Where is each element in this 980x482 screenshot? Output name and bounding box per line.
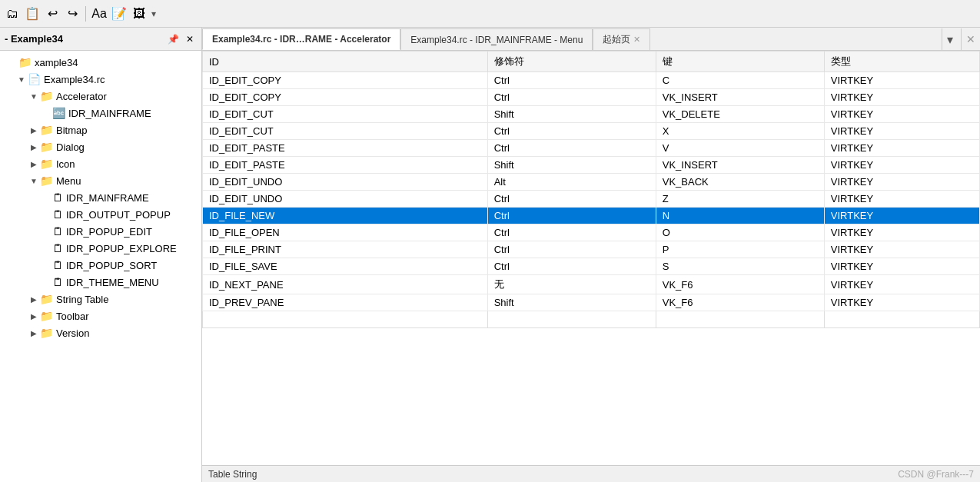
toolbar-folder-icon: 📁 bbox=[40, 310, 53, 322]
sidebar-item-popup-explore[interactable]: 🗒 IDR_POPUP_EXPLORE bbox=[0, 240, 201, 257]
col-header-type: 类型 bbox=[824, 52, 979, 72]
cell-key: VK_INSERT bbox=[656, 89, 824, 106]
sidebar-close-button[interactable]: ✕ bbox=[183, 32, 197, 46]
sidebar-item-icon[interactable]: ▶ 📁 Icon bbox=[0, 155, 201, 172]
version-folder-icon: 📁 bbox=[40, 327, 53, 339]
sidebar-item-bitmap[interactable]: ▶ 📁 Bitmap bbox=[0, 121, 201, 138]
sidebar-string-table-label: String Table bbox=[56, 294, 108, 305]
menu-folder-icon: 📁 bbox=[40, 175, 53, 187]
toolbar-icon-5[interactable]: Aa bbox=[90, 5, 108, 23]
sidebar-item-root[interactable]: 📁 xample34 bbox=[0, 54, 201, 71]
sidebar-item-string-table[interactable]: ▶ 📁 String Table bbox=[0, 291, 201, 307]
cell-mod: Ctrl bbox=[487, 258, 656, 275]
sidebar-icon-label: Icon bbox=[56, 158, 75, 170]
cell-key: VK_INSERT bbox=[656, 157, 824, 174]
cell-id: ID_EDIT_COPY bbox=[203, 89, 488, 106]
table-row[interactable]: ID_EDIT_UNDOCtrlZVIRTKEY bbox=[203, 191, 980, 208]
sidebar-output-popup-label: IDR_OUTPUT_POPUP bbox=[66, 209, 171, 221]
sidebar-popup-explore-label: IDR_POPUP_EXPLORE bbox=[66, 243, 177, 254]
sidebar-item-idr-mainframe-accel[interactable]: 🔤 IDR_MAINFRAME bbox=[0, 105, 201, 121]
sidebar-item-popup-edit[interactable]: 🗒 IDR_POPUP_EDIT bbox=[0, 223, 201, 240]
tab-start-label: 起始页 bbox=[603, 33, 630, 46]
toolbar-icon-6[interactable]: 📝 bbox=[110, 5, 128, 23]
toolbar-icon-2[interactable]: 📋 bbox=[23, 5, 42, 23]
table-header-row: ID 修饰符 键 类型 bbox=[203, 52, 980, 72]
tab-accelerator[interactable]: Example34.rc - IDR…RAME - Accelerator bbox=[202, 28, 400, 50]
cell-type: VIRTKEY bbox=[824, 157, 979, 174]
cell-type: VIRTKEY bbox=[824, 224, 979, 241]
sidebar-root-label: xample34 bbox=[35, 57, 78, 68]
cell-type: VIRTKEY bbox=[824, 106, 979, 123]
table-row[interactable]: ID_EDIT_UNDOAltVK_BACKVIRTKEY bbox=[203, 174, 980, 191]
toolbar-icon-3[interactable]: ↩ bbox=[43, 5, 61, 23]
status-bar: Table String CSDN @Frank---7 bbox=[202, 465, 980, 482]
tab-menu[interactable]: Example34.rc - IDR_MAINFRAME - Menu bbox=[400, 28, 593, 50]
table-row[interactable]: ID_NEXT_PANE无VK_F6VIRTKEY bbox=[203, 275, 980, 294]
table-row[interactable]: ID_FILE_PRINTCtrlPVIRTKEY bbox=[203, 241, 980, 258]
cell-id: ID_EDIT_PASTE bbox=[203, 157, 488, 174]
table-row[interactable]: ID_FILE_OPENCtrlOVIRTKEY bbox=[203, 224, 980, 241]
root-icon: 📁 bbox=[18, 56, 32, 68]
cell-id: ID_FILE_SAVE bbox=[203, 258, 488, 275]
toolbar-icon-1[interactable]: 🗂 bbox=[3, 5, 22, 23]
cell-type: VIRTKEY bbox=[824, 140, 979, 157]
table-row[interactable]: ID_EDIT_CUTCtrlXVIRTKEY bbox=[203, 123, 980, 140]
sidebar-dialog-label: Dialog bbox=[56, 141, 85, 153]
cell-mod: Ctrl bbox=[487, 241, 656, 258]
cell-id: ID_FILE_NEW bbox=[203, 208, 488, 224]
table-row[interactable]: ID_EDIT_CUTShiftVK_DELETEVIRTKEY bbox=[203, 106, 980, 123]
cell-type: VIRTKEY bbox=[824, 174, 979, 191]
sidebar-item-rc-file[interactable]: ▼ 📄 Example34.rc bbox=[0, 71, 201, 88]
sidebar-item-version[interactable]: ▶ 📁 Version bbox=[0, 324, 201, 341]
cell-id: ID_EDIT_UNDO bbox=[203, 174, 488, 191]
tab-menu-label: Example34.rc - IDR_MAINFRAME - Menu bbox=[410, 35, 583, 45]
cell-type: VIRTKEY bbox=[824, 208, 979, 224]
sidebar-item-theme-menu[interactable]: 🗒 IDR_THEME_MENU bbox=[0, 274, 201, 291]
sidebar-menu-label: Menu bbox=[56, 175, 81, 187]
cell-id: ID_EDIT_UNDO bbox=[203, 191, 488, 208]
toolbar-icon-7[interactable]: 🖼 bbox=[130, 5, 148, 23]
toolbar-more-button[interactable]: ▾ bbox=[150, 8, 158, 19]
cell-id: ID_EDIT_COPY bbox=[203, 72, 488, 89]
rc-file-icon: 📄 bbox=[28, 73, 41, 85]
cell-mod: Ctrl bbox=[487, 191, 656, 208]
sidebar-item-dialog[interactable]: ▶ 📁 Dialog bbox=[0, 138, 201, 155]
table-row[interactable]: ID_FILE_SAVECtrlSVIRTKEY bbox=[203, 258, 980, 275]
sidebar-item-menu-idr-mainframe[interactable]: 🗒 IDR_MAINFRAME bbox=[0, 189, 201, 206]
sidebar-bitmap-label: Bitmap bbox=[56, 125, 87, 136]
cell-type: VIRTKEY bbox=[824, 241, 979, 258]
table-row[interactable]: ID_EDIT_PASTECtrlVVIRTKEY bbox=[203, 140, 980, 157]
cell-id: ID_FILE_OPEN bbox=[203, 224, 488, 241]
menu-res-icon-6: 🗒 bbox=[52, 276, 63, 288]
table-row[interactable]: ID_PREV_PANEShiftVK_F6VIRTKEY bbox=[203, 294, 980, 311]
watermark: CSDN @Frank---7 bbox=[898, 469, 974, 480]
string-table-folder-icon: 📁 bbox=[40, 293, 53, 305]
tab-start-close[interactable]: ✕ bbox=[633, 35, 640, 45]
col-header-mod: 修饰符 bbox=[487, 52, 656, 72]
sidebar-tree: 📁 xample34 ▼ 📄 Example34.rc ▼ 📁 Accelera… bbox=[0, 51, 201, 482]
tab-more-button[interactable]: ▾ bbox=[942, 28, 958, 50]
table-row[interactable]: ID_EDIT_PASTEShiftVK_INSERTVIRTKEY bbox=[203, 157, 980, 174]
tab-close-button[interactable]: ✕ bbox=[961, 28, 980, 50]
sidebar-item-output-popup[interactable]: 🗒 IDR_OUTPUT_POPUP bbox=[0, 206, 201, 223]
table-row[interactable]: ID_EDIT_COPYCtrlCVIRTKEY bbox=[203, 72, 980, 89]
tab-bar: Example34.rc - IDR…RAME - Accelerator Ex… bbox=[202, 28, 980, 51]
cell-type: VIRTKEY bbox=[824, 123, 979, 140]
sidebar-pin-button[interactable]: 📌 bbox=[166, 32, 180, 46]
toolbar-icon-4[interactable]: ↪ bbox=[63, 5, 81, 23]
sidebar-title: - Example34 bbox=[5, 33, 163, 45]
menu-res-icon-5: 🗒 bbox=[52, 259, 63, 271]
sidebar-item-accelerator[interactable]: ▼ 📁 Accelerator bbox=[0, 88, 201, 105]
tab-start[interactable]: 起始页 ✕ bbox=[593, 28, 650, 50]
table-row[interactable]: ID_EDIT_COPYCtrlVK_INSERTVIRTKEY bbox=[203, 89, 980, 106]
table-row[interactable]: ID_FILE_NEWCtrlNVIRTKEY bbox=[203, 208, 980, 224]
toolbar-separator bbox=[85, 6, 86, 22]
sidebar-item-menu[interactable]: ▼ 📁 Menu bbox=[0, 172, 201, 189]
cell-type: VIRTKEY bbox=[824, 258, 979, 275]
cell-key: O bbox=[656, 224, 824, 241]
sidebar-item-popup-sort[interactable]: 🗒 IDR_POPUP_SORT bbox=[0, 257, 201, 274]
sidebar-rc-label: Example34.rc bbox=[44, 74, 105, 85]
accelerator-table[interactable]: ID 修饰符 键 类型 ID_EDIT_COPYCtrlCVIRTKEYID_E… bbox=[202, 51, 980, 465]
sidebar-popup-edit-label: IDR_POPUP_EDIT bbox=[66, 226, 152, 238]
sidebar-item-toolbar[interactable]: ▶ 📁 Toolbar bbox=[0, 307, 201, 324]
